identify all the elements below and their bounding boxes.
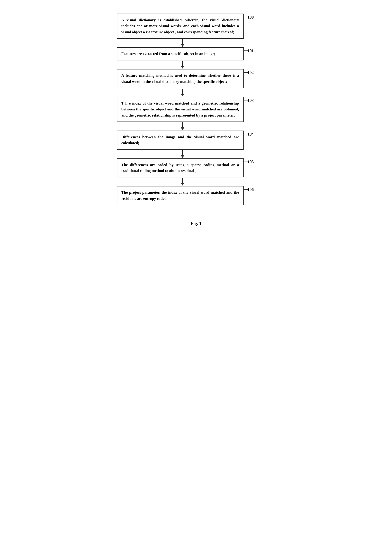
arrow-104-105 <box>117 150 275 158</box>
arrow-icon-101 <box>180 61 185 69</box>
step-row-103: T h e index of the visual word matched a… <box>117 97 275 122</box>
arrow-icon-104 <box>180 150 185 158</box>
arrow-icon-100 <box>180 39 185 47</box>
arrow-line <box>182 122 183 127</box>
step-text-100: A visual dictionary is established, wher… <box>122 18 239 34</box>
arrow-icon-102 <box>180 89 185 96</box>
arrow-100-101 <box>117 39 275 47</box>
step-row-101: Features are extracted from a specific o… <box>117 47 275 60</box>
arrow-line <box>182 89 183 94</box>
arrow-head <box>181 44 184 47</box>
step-label-102: 102 <box>248 69 254 75</box>
step-label-105: 105 <box>248 158 254 164</box>
step-row-105: The differences are coded by using a spa… <box>117 158 275 178</box>
step-text-103: T h e index of the visual word matched a… <box>122 101 239 117</box>
step-box-103: T h e index of the visual word matched a… <box>117 97 244 122</box>
arrow-head <box>181 127 184 130</box>
step-text-105: The differences are coded by using a spa… <box>122 163 239 173</box>
step-row-100: A visual dictionary is established, wher… <box>117 13 275 39</box>
arrow-head <box>181 66 184 69</box>
arrow-103-104 <box>117 122 275 130</box>
arrow-101-102 <box>117 61 275 69</box>
step-box-105: The differences are coded by using a spa… <box>117 158 244 178</box>
arrow-head <box>181 94 184 96</box>
figure-label: Fig. 1 <box>191 221 202 226</box>
arrow-icon-103 <box>180 122 185 130</box>
step-label-104: 104 <box>248 130 254 137</box>
step-row-106: The project parameter, the index of the … <box>117 186 275 205</box>
arrow-105-106 <box>117 178 275 186</box>
step-box-100: A visual dictionary is established, wher… <box>117 13 244 39</box>
step-label-106: 106 <box>248 186 254 192</box>
step-box-101: Features are extracted from a specific o… <box>117 47 244 60</box>
step-text-104: Differences between the image and the vi… <box>122 135 239 145</box>
arrow-icon-105 <box>180 178 185 186</box>
step-text-102: A feature matching method is used to det… <box>122 73 239 84</box>
step-box-106: The project parameter, the index of the … <box>117 186 244 205</box>
step-label-101: 101 <box>248 47 254 53</box>
arrow-line <box>182 39 183 44</box>
arrow-line <box>182 178 183 183</box>
flowchart: A visual dictionary is established, wher… <box>117 9 275 210</box>
step-row-102: A feature matching method is used to det… <box>117 69 275 88</box>
arrow-head <box>181 183 184 186</box>
step-text-106: The project parameter, the index of the … <box>122 190 239 201</box>
page-container: A visual dictionary is established, wher… <box>117 9 275 226</box>
arrow-line <box>182 150 183 155</box>
step-label-103: 103 <box>248 97 254 103</box>
step-text-101: Features are extracted from a specific o… <box>122 52 216 56</box>
arrow-line <box>182 61 183 66</box>
step-label-100: 100 <box>248 13 254 20</box>
step-box-102: A feature matching method is used to det… <box>117 69 244 88</box>
arrow-head <box>181 155 184 158</box>
step-row-104: Differences between the image and the vi… <box>117 130 275 150</box>
step-box-104: Differences between the image and the vi… <box>117 130 244 150</box>
arrow-102-103 <box>117 89 275 96</box>
